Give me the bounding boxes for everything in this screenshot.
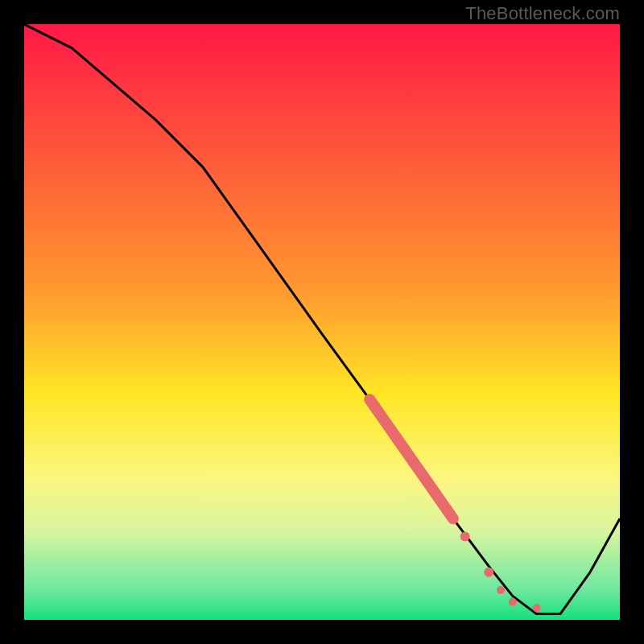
gradient-background (24, 24, 620, 620)
plot-area (24, 24, 620, 620)
highlight-dot (532, 604, 540, 612)
watermark-text: TheBottleneck.com (465, 3, 620, 24)
highlight-dot (509, 598, 517, 606)
highlight-dot (484, 568, 493, 577)
highlight-dot (497, 586, 505, 594)
chart-container: TheBottleneck.com (0, 0, 644, 644)
highlight-dot (460, 531, 470, 541)
chart-svg (24, 24, 620, 620)
